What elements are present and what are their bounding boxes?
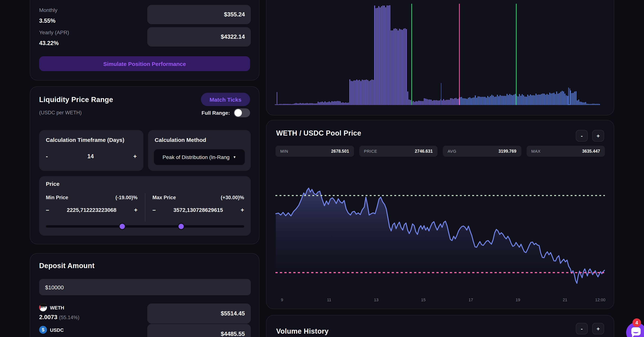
x-axis-label: 17 [468, 298, 473, 302]
min-price-row: Min Price (-19.00)% [46, 195, 138, 200]
toggle-knob [234, 109, 242, 117]
monthly-percent: 3.55% [39, 17, 56, 24]
usdc-token-icon: $ [39, 326, 47, 334]
slider-handle-min[interactable] [120, 224, 125, 229]
x-axis-label: 15 [421, 298, 426, 302]
method-title: Calculation Method [155, 137, 206, 143]
pool-simulator-page: Monthly 3.55% $355.24 Yearly (APR) 43.22… [0, 0, 644, 337]
slider-track[interactable] [46, 225, 244, 228]
min-price-label: Min Price [46, 195, 68, 200]
min-price-value[interactable]: 2225,712223223068 [67, 207, 116, 213]
timeframe-minus-button[interactable]: - [46, 153, 48, 160]
price-subcard: Price Min Price (-19.00)% – 2225,7122232… [39, 176, 251, 236]
liquidity-histogram-chart[interactable] [275, 4, 606, 106]
pool-price-card: WETH / USDC Pool Price - + MIN 2678.501 … [266, 120, 614, 309]
usdc-value-box: $4485.55 [147, 324, 251, 337]
max-price-row: Max Price (+30.00)% [152, 195, 244, 200]
weth-token-icon: WETH [39, 304, 47, 311]
weth-share: (55.14%) [59, 315, 80, 320]
full-range-row: Full Range: [202, 108, 250, 117]
pool-zoom-out-button[interactable]: - [576, 130, 588, 141]
price-columns-divider [145, 193, 145, 222]
full-range-label: Full Range: [202, 110, 230, 116]
timeframe-subcard: Calculation Timeframe (Days) - 14 + [39, 130, 144, 171]
usdc-value: $4485.55 [221, 331, 245, 337]
max-price-stepper: – 3572,130728629615 + [152, 207, 244, 213]
liquidity-price-range-card: Liquidity Price Range Match Ticks (USDC … [30, 86, 260, 244]
volume-zoom-in-button[interactable]: + [592, 323, 604, 335]
price-range-slider[interactable] [46, 224, 244, 229]
yearly-value-box: $4322.14 [147, 27, 251, 46]
pool-price-x-axis: 911131517192112:00 [276, 298, 605, 303]
weth-amount: 2.0073 [39, 314, 58, 320]
chat-unread-badge[interactable]: 4 [632, 318, 641, 327]
chat-bubble-icon [631, 327, 641, 336]
weth-amount-row: 2.0073 (55.14%) [39, 314, 80, 321]
yearly-percent: 43.22% [39, 40, 59, 46]
usdc-symbol: USDC [50, 327, 64, 333]
weth-value-box: $5514.45 [147, 304, 251, 324]
slider-handle-max[interactable] [178, 224, 184, 229]
min-price-percent: (-19.00)% [115, 195, 138, 200]
x-axis-label: 12:00 [595, 298, 606, 302]
pool-price-title: WETH / USDC Pool Price [276, 129, 361, 137]
pool-zoom-in-button[interactable]: + [592, 130, 604, 141]
pool-stats-row: MIN 2678.501 PRICE 2746.631 AVG 3199.769… [276, 146, 605, 157]
timeframe-title: Calculation Timeframe (Days) [46, 137, 124, 143]
max-price-plus-button[interactable]: + [240, 207, 244, 213]
monthly-label: Monthly [39, 7, 58, 13]
max-price-value[interactable]: 3572,130728629615 [174, 207, 223, 213]
max-price-percent: (+30.00)% [221, 195, 244, 200]
yearly-value: $4322.14 [221, 33, 245, 40]
max-price-label: Max Price [152, 195, 176, 200]
timeframe-stepper: - 14 + [46, 153, 137, 160]
calculation-method-select[interactable]: Peak of Distribution (In-Rang ▼ [154, 149, 245, 165]
min-price-stepper: – 2225,712223223068 + [46, 207, 138, 213]
timeframe-plus-button[interactable]: + [133, 153, 137, 160]
x-axis-label: 19 [516, 298, 520, 302]
weth-symbol: WETH [50, 305, 64, 311]
stat-avg: AVG 3199.769 [443, 146, 521, 157]
stat-price: PRICE 2746.631 [359, 146, 438, 157]
price-title: Price [46, 181, 60, 187]
x-axis-label: 13 [374, 298, 379, 302]
full-range-toggle[interactable] [234, 108, 250, 117]
monthly-value: $355.24 [224, 11, 245, 18]
match-ticks-button[interactable]: Match Ticks [201, 93, 250, 106]
weth-value: $5514.45 [221, 310, 245, 317]
deposit-amount-input[interactable] [39, 279, 251, 295]
deposit-amount-card: Deposit Amount WETH WETH 2.0073 (55.14%)… [30, 253, 260, 337]
deposit-title: Deposit Amount [39, 262, 95, 270]
monthly-value-box: $355.24 [147, 5, 251, 24]
method-subcard: Calculation Method Peak of Distribution … [148, 130, 251, 171]
stat-min: MIN 2678.501 [276, 146, 354, 157]
liquidity-histogram-card [266, 0, 614, 115]
pool-price-chart[interactable] [276, 162, 605, 295]
price-unit-subtitle: (USDC per WETH) [39, 110, 82, 115]
x-axis-label: 11 [327, 298, 331, 302]
liquidity-range-title: Liquidity Price Range [39, 96, 113, 104]
timeframe-value[interactable]: 14 [88, 153, 94, 160]
method-selected-value: Peak of Distribution (In-Rang [162, 154, 230, 160]
x-axis-label: 21 [563, 298, 568, 302]
volume-zoom-out-button[interactable]: - [576, 323, 588, 335]
volume-history-card: Volume History - + [266, 315, 614, 337]
simulate-position-button[interactable]: Simulate Position Performance [39, 56, 250, 71]
volume-history-title: Volume History [276, 327, 329, 336]
x-axis-label: 9 [281, 298, 283, 302]
stat-max: MAX 3635.447 [526, 146, 605, 157]
chevron-down-icon: ▼ [233, 155, 236, 159]
min-price-plus-button[interactable]: + [134, 207, 138, 213]
min-price-minus-button[interactable]: – [46, 207, 49, 213]
yearly-label: Yearly (APR) [39, 29, 69, 35]
earnings-card: Monthly 3.55% $355.24 Yearly (APR) 43.22… [30, 0, 260, 80]
max-price-minus-button[interactable]: – [152, 207, 156, 213]
